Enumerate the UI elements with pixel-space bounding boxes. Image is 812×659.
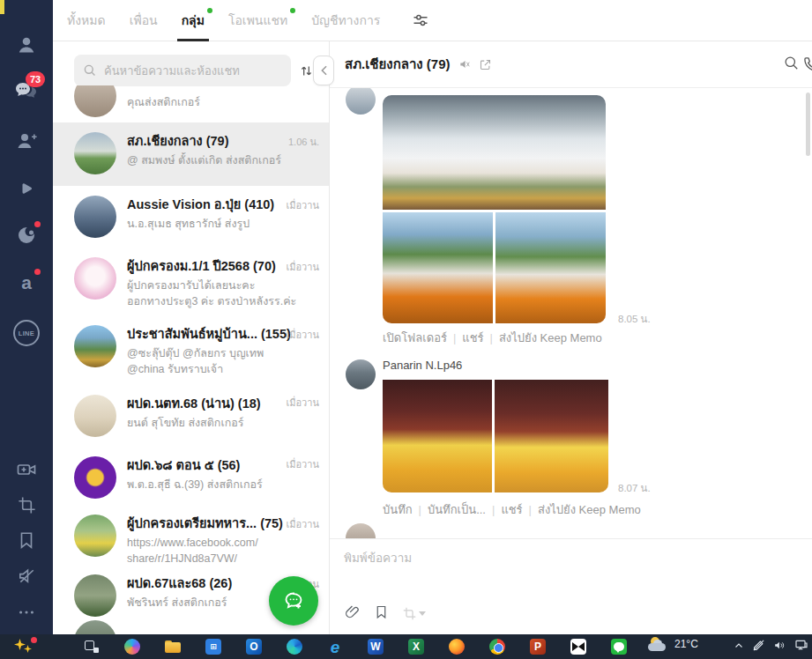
tab-new-dot	[290, 8, 295, 13]
volume-icon[interactable]	[773, 639, 786, 655]
list-item-partial-top[interactable]: คุณส่งสติกเกอร์	[53, 85, 330, 122]
send-to-keep-memo-link[interactable]: ส่งไปยัง Keep Memo	[523, 503, 641, 516]
apps-icon[interactable]: a	[15, 270, 38, 293]
excel-icon[interactable]: X	[407, 638, 425, 655]
tab-friends[interactable]: เพื่อน	[130, 0, 158, 41]
new-chat-button[interactable]	[269, 576, 318, 626]
avatar	[74, 196, 116, 238]
avatar	[74, 325, 116, 367]
last-message-line2: share/r/1HJNd8a7VW/	[127, 551, 319, 566]
screen-capture-icon[interactable]	[15, 493, 38, 516]
search-box[interactable]	[74, 55, 291, 86]
list-item[interactable]: ผู้ปกครองเตรียมทหาร... (75) https://www.…	[53, 505, 330, 569]
save-link[interactable]: บันทึก	[383, 503, 413, 516]
list-item[interactable]: สภ.เชียงกลาง (79) @ สมพงษ์ ตั้งแต่เกิด ส…	[53, 122, 330, 186]
tab-all[interactable]: ทั้งหมด	[67, 0, 106, 41]
popup-window-icon[interactable]	[479, 58, 492, 71]
share-link[interactable]: แชร์	[486, 503, 523, 516]
temperature-label: 21°C	[674, 638, 698, 650]
sender-avatar[interactable]	[346, 359, 376, 389]
send-to-keep-memo-link[interactable]: ส่งไปยัง Keep Memo	[484, 331, 602, 344]
last-message: น.อ.สุเมธ สุทธารักษ์ ส่งรูป	[127, 216, 319, 232]
filter-icon[interactable]	[409, 9, 432, 32]
input-toolbar	[344, 603, 426, 624]
taskbar-widgets-icon[interactable]	[12, 637, 42, 656]
pen-disabled-icon[interactable]	[752, 639, 765, 655]
chat-scrollbar[interactable]	[806, 93, 810, 156]
share-link[interactable]: แชร์	[447, 331, 484, 344]
timestamp: เมื่อวาน	[287, 327, 320, 343]
tab-bar: ทั้งหมด เพื่อน กลุ่ม โอเพนแชท บัญชีทางกา…	[53, 0, 812, 41]
edge-icon[interactable]	[286, 638, 303, 655]
internet-explorer-icon[interactable]: e	[326, 638, 344, 655]
tab-groups[interactable]: กลุ่ม	[182, 0, 205, 41]
notification-dot	[34, 221, 41, 227]
chat-search-icon[interactable]	[783, 55, 800, 75]
photo-thumbnail[interactable]	[495, 380, 608, 492]
list-item[interactable]: ผปด.นตท.68 (น่าน) (18) ยนต์ สุโขทัย ส่งส…	[53, 379, 330, 442]
voom-icon[interactable]	[15, 177, 38, 200]
timestamp: เมื่อวาน	[287, 259, 320, 275]
search-input[interactable]	[104, 64, 280, 78]
line-logo-icon[interactable]: LINE	[12, 319, 41, 347]
screen-capture-icon[interactable]	[402, 606, 426, 621]
more-icon[interactable]	[15, 601, 38, 624]
list-item[interactable]: Aussie Vision อ.ปุ่ย (410) น.อ.สุเมธ สุท…	[53, 186, 330, 248]
task-view-icon[interactable]	[83, 638, 101, 655]
tab-official-accounts[interactable]: บัญชีทางการ	[311, 0, 380, 41]
attach-file-icon[interactable]	[344, 603, 361, 624]
muted-icon	[458, 58, 471, 70]
sender-avatar[interactable]	[346, 85, 376, 115]
save-as-link[interactable]: บันทึกเป็น...	[413, 503, 486, 516]
list-item-partial-bottom[interactable]	[74, 620, 116, 634]
collapse-panel-button[interactable]	[313, 56, 334, 85]
avatar	[74, 85, 116, 117]
last-message: พ.ต.อ.สุธี ฉ.(39) ส่งสติกเกอร์	[127, 477, 319, 492]
chevron-left-icon	[320, 65, 328, 76]
outlook-icon[interactable]: O	[245, 638, 263, 655]
list-item[interactable]: ผู้ปกครองม.1/1 ปี2568 (70) ผู้ปกครองมารั…	[53, 248, 330, 315]
list-item[interactable]: ผปด.๖๘ ตอน ๕ (56) พ.ต.อ.สุธี ฉ.(39) ส่งส…	[53, 442, 330, 505]
photo-thumbnail[interactable]	[383, 212, 493, 323]
message-input[interactable]	[344, 552, 785, 565]
photo-thumbnail[interactable]	[383, 95, 606, 210]
last-message: @ สมพงษ์ ตั้งแต่เกิด ส่งสติกเกอร์	[127, 152, 319, 168]
list-item[interactable]: ประชาสัมพันธ์หมู่บ้าน... (155) @ซะลุ๊ปตุ…	[53, 315, 330, 379]
keep-icon[interactable]	[15, 529, 38, 552]
line-app-icon[interactable]	[610, 638, 628, 655]
avatar	[74, 395, 116, 437]
taskbar-weather[interactable]: 21°C	[648, 637, 698, 651]
meeting-video-icon[interactable]	[15, 458, 38, 481]
capcut-icon[interactable]	[570, 638, 587, 655]
chrome-icon[interactable]	[488, 638, 506, 655]
notifications-off-icon[interactable]	[15, 564, 38, 587]
word-icon[interactable]: W	[367, 638, 384, 655]
add-friend-icon[interactable]	[15, 130, 38, 152]
profile-icon[interactable]	[15, 33, 38, 56]
notification-dot	[34, 269, 41, 275]
services-icon[interactable]	[15, 223, 38, 246]
chat-list-panel: คุณส่งสติกเกอร์ สภ.เชียงกลาง (79) @ สมพง…	[53, 41, 330, 634]
hidden-icons-chevron[interactable]	[734, 639, 744, 655]
network-icon[interactable]	[794, 638, 808, 655]
windows-taskbar: ⊞ O e W X P 21°C	[0, 634, 812, 659]
app-sidebar: 73 a LINE	[0, 0, 53, 634]
open-folder-link[interactable]: เปิดโฟลเดอร์	[383, 331, 447, 344]
call-icon[interactable]	[802, 56, 812, 77]
microsoft-store-icon[interactable]: ⊞	[205, 638, 222, 655]
photo-thumbnail[interactable]	[495, 212, 606, 323]
timestamp: เมื่อวาน	[287, 456, 320, 472]
chats-icon[interactable]: 73	[15, 79, 38, 102]
chat-panel: สภ.เชียงกลาง (79) 8.05 น.	[330, 41, 812, 634]
keep-bookmark-icon[interactable]	[374, 604, 389, 623]
notification-dot	[31, 637, 37, 643]
tab-openchat[interactable]: โอเพนแชท	[228, 0, 287, 41]
timestamp: เมื่อวาน	[287, 395, 320, 411]
photo-thumbnail[interactable]	[383, 380, 492, 492]
weather-icon	[648, 637, 667, 651]
firefox-icon[interactable]	[448, 638, 466, 655]
copilot-icon[interactable]	[123, 638, 141, 655]
chevron-down-icon	[419, 611, 426, 616]
powerpoint-icon[interactable]: P	[529, 638, 547, 655]
file-explorer-icon[interactable]	[164, 638, 182, 655]
